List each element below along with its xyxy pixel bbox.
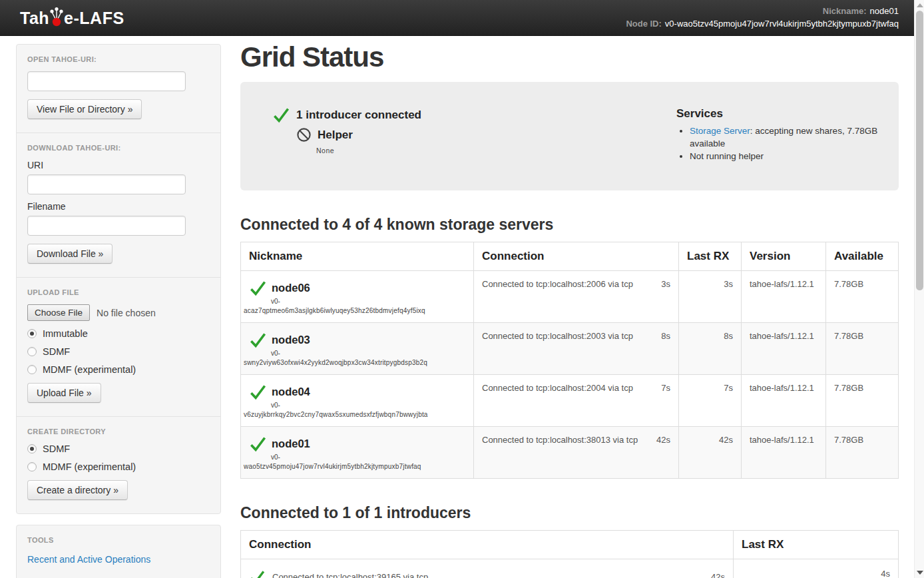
download-uri-label: DOWNLOAD TAHOE-URI: (27, 144, 210, 152)
server-id-hash: wao5tzv45pmoju47jow7rvl4ukirjm5ytbh2kjty… (244, 463, 465, 470)
download-filename-input[interactable] (27, 216, 186, 236)
col-nickname: Nickname (241, 242, 474, 271)
download-uri-input[interactable] (27, 174, 186, 194)
server-connection: Connected to tcp:localhost:2004 via tcp (482, 383, 633, 393)
server-version: tahoe-lafs/1.12.1 (742, 427, 826, 479)
upload-file-section: UPLOAD FILE Choose File No file chosen I… (17, 278, 220, 417)
server-available: 7.78GB (826, 323, 899, 375)
introducer-status-text: 1 introducer connected (296, 109, 421, 122)
server-id-prefix: v0- (271, 298, 465, 305)
upload-format-sdmf[interactable]: SDMF (27, 346, 210, 357)
introducer-connection: Connected to tcp:localhost:39165 via tcp (272, 572, 428, 578)
main-content: Grid Status 1 introducer connected Helpe… (240, 36, 899, 578)
logo-text-post: e-LAFS (64, 9, 124, 28)
upload-file-button[interactable]: Upload File » (27, 383, 101, 403)
service-helper-item: Not running helper (690, 150, 879, 162)
filename-field-label: Filename (27, 201, 210, 212)
create-directory-button[interactable]: Create a directory » (27, 480, 128, 500)
table-row: node06 v0- acaz7qptmeo6m3asjlgkb6iwlyuqe… (241, 271, 899, 323)
node-info: Nickname:node01 Node ID:v0-wao5tzv45pmoj… (626, 5, 899, 30)
check-icon (249, 435, 267, 453)
server-last-rx: 7s (679, 375, 742, 427)
server-nickname: node04 (272, 386, 310, 398)
check-icon (249, 331, 267, 349)
storage-server-link[interactable]: Storage Server (690, 126, 750, 136)
create-directory-section: CREATE DIRECTORY SDMF MDMF (experimental… (17, 417, 220, 513)
server-connected-since: 3s (661, 279, 670, 289)
col-version: Version (742, 242, 826, 271)
server-available: 7.78GB (826, 427, 899, 479)
server-id-hash: acaz7qptmeo6m3asjlgkb6iwlyuqey53hz26tbdm… (244, 307, 465, 314)
upload-format-immutable[interactable]: Immutable (27, 328, 210, 339)
col-intro-last-rx: Last RX (734, 531, 899, 559)
radio-upload-sdmf-label: SDMF (43, 346, 70, 357)
introducers-heading: Connected to 1 of 1 introducers (240, 504, 899, 522)
check-icon (249, 569, 266, 578)
mkdir-format-sdmf[interactable]: SDMF (27, 443, 210, 454)
logo-text-pre: Tah (20, 9, 49, 28)
tahoe-node-icon (49, 6, 65, 27)
radio-upload-sdmf[interactable] (27, 347, 37, 356)
radio-immutable-label: Immutable (43, 328, 88, 339)
tools-label: TOOLS (27, 536, 210, 544)
download-file-button[interactable]: Download File » (27, 244, 113, 264)
server-connection: Connected to tcp:localhost:38013 via tcp (482, 435, 638, 445)
mkdir-format-mdmf[interactable]: MDMF (experimental) (27, 461, 210, 472)
services-title: Services (676, 107, 879, 121)
scrollbar-thumb[interactable] (916, 11, 923, 290)
service-storage-item: Storage Server: accepting new shares, 7.… (690, 125, 879, 150)
scroll-down-arrow-icon[interactable] (917, 571, 923, 575)
radio-upload-mdmf[interactable] (27, 365, 37, 374)
storage-servers-heading: Connected to 4 of 4 known storage server… (240, 216, 899, 234)
radio-immutable[interactable] (27, 329, 37, 338)
col-intro-connection: Connection (241, 531, 734, 559)
introducers-table-header-row: Connection Last RX (241, 531, 899, 559)
server-id-prefix: v0- (271, 350, 465, 357)
check-icon (249, 279, 267, 297)
open-uri-input[interactable] (27, 71, 186, 91)
server-id-prefix: v0- (271, 402, 465, 409)
open-uri-label: OPEN TAHOE-URI: (27, 55, 210, 63)
scroll-up-arrow-icon[interactable] (917, 3, 923, 7)
open-uri-section: OPEN TAHOE-URI: View File or Directory » (17, 45, 220, 133)
check-icon (272, 106, 290, 124)
check-icon (249, 383, 267, 401)
server-connected-since: 42s (656, 435, 670, 445)
top-header: Tah e-LAFS Nickname:node01 Node ID:v0-wa… (0, 0, 924, 36)
server-last-rx: 3s (679, 271, 742, 323)
table-row: Connected to tcp:localhost:39165 via tcp… (241, 559, 899, 578)
choose-file-button[interactable]: Choose File (27, 304, 90, 321)
grid-summary-well: 1 introducer connected Helper None Servi… (240, 82, 899, 190)
nickname-label: Nickname: (823, 6, 867, 16)
server-nickname: node06 (272, 282, 310, 294)
radio-mkdir-mdmf[interactable] (27, 462, 37, 471)
upload-format-mdmf[interactable]: MDMF (experimental) (27, 364, 210, 375)
server-id-hash: v6zuyjkbrrkqy2bvc2cny7qwax5sxumedsxfzfjw… (244, 411, 465, 418)
view-file-button[interactable]: View File or Directory » (27, 99, 142, 119)
server-nickname: node03 (272, 334, 310, 346)
upload-file-label: UPLOAD FILE (27, 288, 210, 296)
radio-mkdir-sdmf[interactable] (27, 444, 37, 453)
helper-status-line: Helper (296, 127, 676, 143)
server-connected-since: 7s (661, 383, 670, 393)
services-block: Services Storage Server: accepting new s… (676, 106, 879, 190)
vertical-scrollbar[interactable] (914, 0, 924, 578)
server-nickname: node01 (272, 437, 310, 450)
server-available: 7.78GB (826, 375, 899, 427)
table-row: node03 v0- swny2viyw63ofxwi4x2yykd2woqjb… (241, 323, 899, 375)
helper-none-value: None (316, 146, 676, 154)
recent-operations-link[interactable]: Recent and Active Operations (27, 554, 150, 565)
storage-table-header-row: Nickname Connection Last RX Version Avai… (241, 242, 899, 271)
server-id-hash: swny2viyw63ofxwi4x2yykd2woqjbpx3cw34xtri… (244, 359, 465, 366)
server-version: tahoe-lafs/1.12.1 (742, 323, 826, 375)
file-chosen-status: No file chosen (97, 308, 156, 318)
helper-service-status: Not running helper (690, 151, 764, 161)
storage-servers-table: Nickname Connection Last RX Version Avai… (240, 242, 899, 479)
server-version: tahoe-lafs/1.12.1 (742, 375, 826, 427)
create-directory-label: CREATE DIRECTORY (27, 428, 210, 435)
node-id-label: Node ID: (626, 19, 661, 29)
node-id-value: v0-wao5tzv45pmoju47jow7rvl4ukirjm5ytbh2k… (665, 19, 899, 29)
server-last-rx: 42s (679, 427, 742, 479)
download-uri-section: DOWNLOAD TAHOE-URI: URI Filename Downloa… (17, 133, 220, 278)
table-row: node01 v0- wao5tzv45pmoju47jow7rvl4ukirj… (241, 427, 899, 479)
